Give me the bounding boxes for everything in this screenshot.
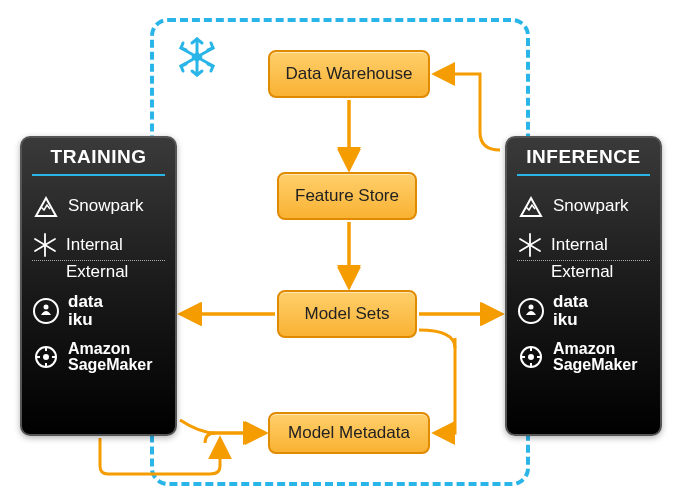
panel-label: External	[551, 263, 613, 281]
sagemaker-icon	[32, 343, 60, 371]
panel-title: INFERENCE	[517, 146, 650, 176]
node-label: Feature Store	[295, 186, 399, 206]
panel-item-internal-external: Internal External	[32, 226, 165, 287]
snowflake-small-icon	[32, 232, 58, 258]
panel-item-snowpark: Snowpark	[32, 186, 165, 226]
panel-label: Snowpark	[553, 197, 629, 215]
node-model-metadata: Model Metadata	[268, 412, 430, 454]
panel-item-sagemaker: Amazon SageMaker	[32, 335, 165, 381]
panel-item-dataiku: data iku	[32, 287, 165, 335]
panel-label: Amazon	[553, 341, 638, 358]
training-panel: TRAINING Snowpark Internal External data…	[20, 136, 177, 436]
node-label: Model Sets	[304, 304, 389, 324]
panel-label: iku	[553, 311, 588, 329]
panel-label: External	[66, 263, 128, 281]
panel-label: Internal	[66, 236, 123, 254]
node-feature-store: Feature Store	[277, 172, 417, 220]
inference-panel: INFERENCE Snowpark Internal External dat…	[505, 136, 662, 436]
svg-point-11	[43, 354, 49, 360]
node-data-warehouse: Data Warehouse	[268, 50, 430, 98]
panel-label: iku	[68, 311, 103, 329]
node-label: Data Warehouse	[286, 64, 413, 84]
dotted-divider	[517, 260, 650, 261]
panel-label: Internal	[551, 236, 608, 254]
panel-item-sagemaker: Amazon SageMaker	[517, 335, 650, 381]
snowpark-icon	[32, 192, 60, 220]
svg-point-23	[528, 354, 534, 360]
dataiku-icon	[517, 297, 545, 325]
svg-point-9	[44, 304, 49, 309]
dotted-divider	[32, 260, 165, 261]
snowpark-icon	[517, 192, 545, 220]
dataiku-icon	[32, 297, 60, 325]
node-label: Model Metadata	[288, 423, 410, 443]
snowflake-small-icon	[517, 232, 543, 258]
svg-point-21	[529, 304, 534, 309]
panel-label: Amazon	[68, 341, 153, 358]
snowflake-logo-icon	[175, 35, 219, 83]
node-model-sets: Model Sets	[277, 290, 417, 338]
svg-rect-3	[191, 51, 202, 62]
panel-label: data	[553, 293, 588, 311]
panel-label: data	[68, 293, 103, 311]
panel-item-dataiku: data iku	[517, 287, 650, 335]
panel-label: Snowpark	[68, 197, 144, 215]
panel-item-snowpark: Snowpark	[517, 186, 650, 226]
panel-title: TRAINING	[32, 146, 165, 176]
panel-item-internal-external: Internal External	[517, 226, 650, 287]
sagemaker-icon	[517, 343, 545, 371]
panel-label: SageMaker	[68, 357, 153, 374]
panel-label: SageMaker	[553, 357, 638, 374]
